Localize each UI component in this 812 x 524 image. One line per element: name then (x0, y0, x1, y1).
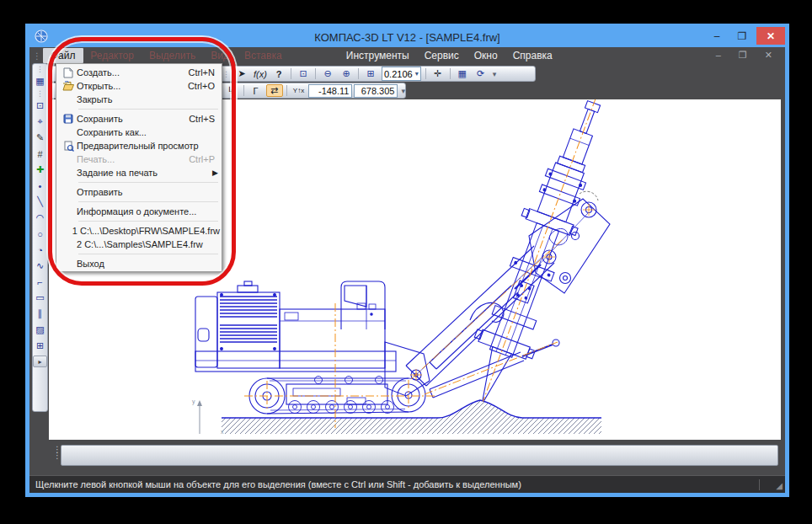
zoom-in-icon[interactable]: ⊕ (338, 67, 355, 80)
zoom-selected-icon[interactable]: ⊞ (362, 67, 379, 80)
new-document-icon (60, 67, 77, 78)
open-folder-icon (60, 80, 77, 92)
refresh-view-icon[interactable]: ⟳ (473, 67, 489, 80)
menu-editor[interactable]: Редактор (83, 48, 142, 63)
toolbar-separator (450, 68, 451, 79)
hatch-tool-icon[interactable]: ▨ (33, 322, 47, 338)
parameter-zone: ⋮⋮⋮⋮ (29, 440, 785, 475)
circle-tool-icon[interactable]: ○ (33, 226, 47, 242)
menu-item-print-preview[interactable]: Предварительный просмотр (56, 139, 222, 152)
menu-item-open[interactable]: Открыть... Ctrl+O (56, 79, 222, 93)
minimize-button[interactable]: – (706, 27, 728, 45)
menu-separator (78, 254, 218, 254)
menu-separator (78, 109, 218, 110)
point-tool-icon[interactable]: • (33, 178, 47, 194)
toolbar-separator (358, 68, 359, 79)
menubar-grip-icon: ⋮ (33, 51, 41, 61)
window-title: КОМПАС-3D LT V12 - [SAMPLE4.frw] (29, 31, 785, 44)
zoom-scale-value: 0.2106 (384, 69, 413, 79)
zoom-window-icon[interactable]: ⊡ (33, 98, 47, 114)
parallel-lines-tool-icon[interactable]: ∥ (33, 306, 47, 322)
cursor-coordinates-icon: Y↑x (290, 84, 307, 97)
file-menu-popup: Создать... Ctrl+N Открыть... Ctrl+O Закр… (56, 63, 222, 272)
menu-view[interactable]: Вид (204, 48, 238, 63)
menu-item-recent-file-2[interactable]: 2 C:\...\Samples\SAMPLE4.frw (56, 238, 222, 251)
menu-separator (78, 221, 218, 222)
geometry-toolbar: ⋮ ▦ ⋮ ⊡ ⌖ ✎ # ✚ • ╲ ◠ ○ ◔ ∿ ⌐ ▭ ∥ ▨ ⊞ ▸ (32, 63, 48, 412)
menu-item-document-info[interactable]: Информация о документе... (56, 205, 222, 218)
menu-item-save-as[interactable]: Сохранить как... (56, 126, 222, 139)
ortho-drawing-icon[interactable]: Г (248, 84, 264, 97)
origin-axis-marker: y x (192, 398, 224, 435)
menu-insert[interactable]: Вставка (237, 48, 290, 63)
app-window: КОМПАС-3D LT V12 - [SAMPLE4.frw] – ❐ ✕ ⋮… (25, 24, 789, 497)
coordinate-y-field[interactable]: -148.11 (308, 84, 352, 98)
menu-service[interactable]: Сервис (417, 48, 467, 63)
zoom-out-icon[interactable]: ⊖ (319, 67, 336, 80)
toolbar-expand-button[interactable]: ▸ (33, 356, 47, 367)
center-snap-icon[interactable]: ⌖ (33, 114, 47, 130)
mdi-window-controls[interactable]: – ❐ ✕ (716, 50, 780, 61)
status-bar: Щелкните левой кнопкой мыши на объекте д… (29, 475, 785, 493)
insert-tool-icon[interactable]: ⊞ (33, 338, 47, 354)
drill-rig-drawing (195, 99, 625, 414)
add-object-icon[interactable]: ✚ (33, 162, 47, 178)
combo-dropdown-icon[interactable]: ▾ (415, 70, 419, 78)
pointer-tool-icon[interactable]: ➤ (233, 67, 250, 80)
snap-settings-icon[interactable]: ⇄ (266, 84, 283, 97)
polyline-tool-icon[interactable]: ⌐ (33, 274, 47, 290)
toolbar-grip-icon: ⋮ (33, 65, 47, 73)
menu-file[interactable]: Файл (43, 48, 83, 63)
local-cs-icon[interactable]: ↳ (223, 84, 240, 97)
toolbar-separator (291, 68, 291, 79)
toolbar-overflow-icon[interactable]: ▾ (493, 70, 497, 78)
menu-help[interactable]: Справка (505, 48, 560, 63)
menu-select[interactable]: Выделить (142, 48, 203, 63)
toolbar-separator (315, 68, 316, 79)
pan-icon[interactable]: ✛ (430, 67, 446, 80)
menu-item-send[interactable]: Отправить (56, 185, 222, 199)
show-document-icon[interactable]: ▦ (454, 67, 471, 80)
toolbar-separator (425, 68, 426, 79)
menu-item-save[interactable]: Сохранить Ctrl+S (56, 112, 222, 126)
menu-item-print-job[interactable]: Задание на печать ▶ (56, 166, 222, 179)
fx-variables-icon[interactable]: f(x) (252, 67, 269, 80)
spline-tool-icon[interactable]: ∿ (33, 258, 47, 274)
menubar: ⋮ Файл Редактор Выделить Вид Вставка Инс… (29, 47, 785, 64)
property-message-bar[interactable] (61, 445, 778, 466)
grid-tool-icon[interactable]: # (33, 146, 47, 162)
menu-separator (78, 201, 218, 202)
resize-grip-icon[interactable]: ◢ (776, 481, 783, 490)
arc-tool-icon[interactable]: ◠ (33, 210, 47, 226)
status-text: Щелкните левой кнопкой мыши на объекте д… (35, 479, 521, 489)
line-tool-icon[interactable]: ╲ (33, 194, 47, 210)
menu-item-recent-file-1[interactable]: 1 C:\...\Desktop\FRW\SAMPLE4.frw (56, 224, 222, 238)
zoom-area-icon[interactable]: ⊡ (295, 67, 312, 80)
menu-item-exit[interactable]: Выход (56, 257, 222, 270)
titlebar: КОМПАС-3D LT V12 - [SAMPLE4.frw] – ❐ ✕ (29, 27, 785, 47)
pencil-tool-icon[interactable]: ✎ (33, 130, 47, 146)
maximize-button[interactable]: ❐ (731, 27, 753, 45)
zoom-scale-combo[interactable]: 0.2106 ▾ (382, 67, 421, 81)
axis-x-label: x (221, 429, 224, 435)
arc-center-tool-icon[interactable]: ◔ (33, 242, 47, 258)
panel-view-icon[interactable]: ▦ (33, 73, 47, 89)
menu-item-new[interactable]: Создать... Ctrl+N (56, 66, 222, 79)
context-help-icon[interactable]: ? (270, 67, 287, 80)
menu-item-close[interactable]: Закрыть (56, 93, 222, 106)
menu-separator (78, 182, 218, 183)
print-preview-icon (60, 140, 77, 152)
close-button[interactable]: ✕ (756, 27, 785, 45)
toolbar-grip-icon: ⋮ (222, 70, 230, 78)
rectangle-tool-icon[interactable]: ▭ (33, 290, 47, 306)
menu-window[interactable]: Окно (467, 48, 505, 63)
menu-tools[interactable]: Инструменты (339, 48, 417, 63)
coordinate-x-field[interactable]: 678.305 (354, 84, 398, 98)
submenu-arrow-icon: ▶ (212, 168, 218, 177)
toolbar-overflow-icon[interactable]: ▾ (401, 87, 405, 95)
toolbar-separator (286, 85, 287, 96)
toolbar-grip-icon: ⋮ (33, 89, 47, 98)
save-floppy-icon (60, 113, 77, 125)
toolbar-separator (243, 85, 244, 96)
axis-y-label: y (192, 398, 195, 405)
